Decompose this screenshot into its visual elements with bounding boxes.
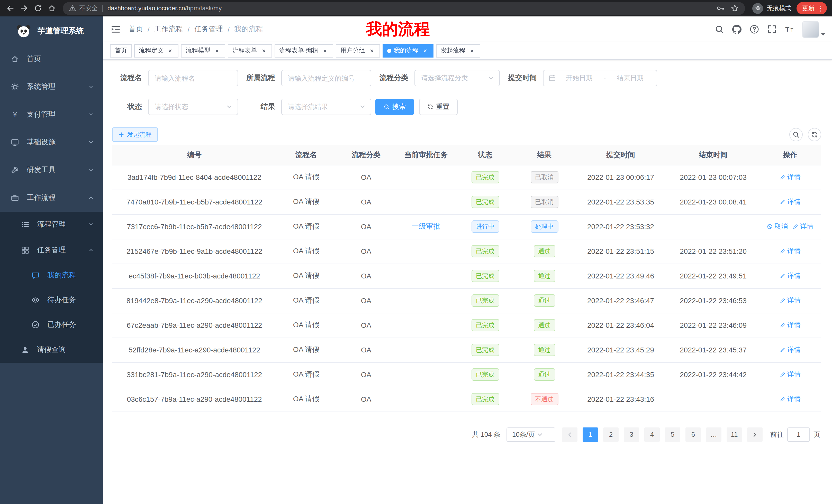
sidebar-item-infrastructure[interactable]: 基础设施 — [0, 129, 103, 156]
search-icon[interactable] — [715, 25, 724, 34]
user-menu[interactable] — [802, 21, 826, 38]
app-logo[interactable]: 芋道管理系统 — [0, 17, 103, 45]
detail-link[interactable]: 详情 — [792, 222, 813, 231]
sidebar-item-system[interactable]: 系统管理 — [0, 73, 103, 101]
update-label: 更新 — [802, 4, 814, 12]
breadcrumb-workflow[interactable]: 工作流程 — [154, 25, 183, 34]
cell-id: 52ffd28e-7b9a-11ec-a290-acde48001122 — [112, 338, 277, 362]
reset-button[interactable]: 重置 — [419, 99, 458, 115]
close-icon[interactable]: × — [468, 47, 476, 54]
detail-link[interactable]: 详情 — [780, 370, 801, 379]
page-button-11[interactable]: 11 — [727, 427, 742, 442]
cancel-link[interactable]: 取消 — [767, 222, 788, 231]
detail-link[interactable]: 详情 — [780, 173, 801, 182]
page-button-1[interactable]: 1 — [582, 427, 598, 442]
sidebar-item-workflow[interactable]: 工作流程 — [0, 184, 103, 212]
tab-process-form[interactable]: 流程表单× — [228, 44, 272, 57]
cell-result: 已取消 — [515, 190, 574, 214]
sidebar-item-leave-query[interactable]: 请假查询 — [0, 337, 103, 363]
sidebar-item-payment[interactable]: ¥ 支付管理 — [0, 101, 103, 129]
search-button[interactable]: 搜索 — [375, 99, 414, 115]
tab-process-definition[interactable]: 流程定义× — [134, 44, 178, 57]
page-button-4[interactable]: 4 — [644, 427, 660, 442]
table-row: 819442e8-7b9a-11ec-a290-acde48001122 OA … — [112, 288, 821, 313]
cell-category: OA — [336, 387, 396, 412]
yen-icon: ¥ — [10, 110, 20, 119]
detail-link[interactable]: 详情 — [780, 197, 801, 206]
browser-home-button[interactable] — [45, 1, 59, 15]
more-pages-button[interactable]: … — [706, 427, 722, 442]
breadcrumb-home[interactable]: 首页 — [129, 25, 143, 34]
sidebar-toggle-button[interactable] — [103, 17, 129, 42]
cell-category: OA — [336, 165, 396, 190]
page-button-5[interactable]: 5 — [665, 427, 680, 442]
col-header-current-task: 当前审批任务 — [396, 145, 456, 165]
fullscreen-icon[interactable] — [767, 25, 777, 34]
cell-submit-time: 2022-01-22 23:53:32 — [574, 214, 668, 239]
tab-home[interactable]: 首页 — [110, 44, 132, 57]
page-button-2[interactable]: 2 — [603, 427, 619, 442]
avatar[interactable] — [802, 21, 819, 38]
help-icon[interactable] — [750, 25, 759, 34]
detail-link[interactable]: 详情 — [780, 247, 801, 256]
process-id-input[interactable] — [281, 70, 371, 86]
sidebar-item-done-tasks[interactable]: 已办任务 — [0, 312, 103, 337]
cell-end-time: 2022-01-22 23:45:37 — [668, 338, 759, 362]
create-process-button[interactable]: 发起流程 — [112, 128, 158, 142]
detail-link[interactable]: 详情 — [780, 271, 801, 281]
font-size-icon[interactable] — [785, 25, 794, 34]
refresh-table-button[interactable] — [808, 128, 821, 141]
cell-end-time: 2022-01-23 00:07:03 — [668, 165, 759, 190]
tab-process-model[interactable]: 流程模型× — [181, 44, 225, 57]
github-icon[interactable] — [732, 25, 742, 34]
owner-process-label: 所属流程 — [242, 74, 275, 83]
tab-user-group[interactable]: 用户分组× — [336, 44, 380, 57]
address-bar[interactable]: 不安全 dashboard.yudao.iocoder.cn/bpm/task/… — [63, 2, 745, 15]
detail-link[interactable]: 详情 — [780, 345, 801, 355]
browser-menu-icon[interactable]: ⋮ — [817, 4, 824, 12]
status-select[interactable]: 请选择状态 — [148, 99, 238, 115]
sidebar-item-my-process[interactable]: 我的流程 — [0, 263, 103, 288]
sidebar-item-todo-tasks[interactable]: 待办任务 — [0, 288, 103, 312]
bookmark-star-icon[interactable] — [731, 4, 739, 12]
password-key-icon[interactable] — [716, 4, 725, 12]
next-page-button[interactable] — [747, 427, 762, 442]
status-tag: 已完成 — [471, 319, 499, 331]
prev-page-button[interactable] — [562, 427, 577, 442]
cell-end-time: 2022-01-22 23:46:09 — [668, 313, 759, 338]
detail-link[interactable]: 详情 — [780, 296, 801, 305]
close-icon[interactable]: × — [368, 47, 375, 54]
tab-start-process[interactable]: 发起流程× — [436, 44, 480, 57]
browser-back-button[interactable] — [3, 1, 17, 15]
submit-time-range-picker[interactable]: 开始日期 - 结束日期 — [543, 70, 657, 86]
result-select[interactable]: 请选择流结果 — [281, 99, 371, 115]
close-icon[interactable]: × — [321, 47, 329, 54]
breadcrumb-task-management[interactable]: 任务管理 — [194, 25, 223, 34]
close-icon[interactable]: × — [422, 47, 429, 54]
chevron-down-icon — [88, 167, 94, 173]
sidebar-item-devtools[interactable]: 研发工具 — [0, 156, 103, 184]
security-label[interactable]: 不安全 — [79, 4, 98, 12]
page-button-6[interactable]: 6 — [685, 427, 701, 442]
tab-my-process[interactable]: 我的流程× — [383, 44, 434, 57]
process-name-input[interactable] — [148, 70, 238, 86]
sidebar-item-process-management[interactable]: 流程管理 — [0, 212, 103, 237]
browser-update-button[interactable]: 更新 ⋮ — [797, 2, 827, 15]
table-row: 7470a810-7b9b-11ec-b5b7-acde48001122 OA … — [112, 190, 821, 214]
toggle-search-button[interactable] — [789, 128, 803, 141]
detail-link[interactable]: 详情 — [780, 395, 801, 404]
close-icon[interactable]: × — [213, 47, 220, 54]
detail-link[interactable]: 详情 — [780, 320, 801, 330]
browser-forward-button[interactable] — [17, 1, 31, 15]
page-button-3[interactable]: 3 — [624, 427, 639, 442]
page-size-select[interactable]: 10条/页 — [506, 427, 555, 442]
close-icon[interactable]: × — [260, 47, 267, 54]
tab-process-form-edit[interactable]: 流程表单-编辑× — [275, 44, 333, 57]
close-icon[interactable]: × — [166, 47, 174, 54]
category-select[interactable]: 请选择流程分类 — [414, 70, 500, 86]
current-task-link[interactable]: 一级审批 — [412, 222, 440, 230]
browser-reload-button[interactable] — [31, 1, 45, 15]
sidebar-item-task-management[interactable]: 任务管理 — [0, 237, 103, 263]
goto-page-input[interactable] — [787, 427, 810, 442]
sidebar-item-home[interactable]: 首页 — [0, 45, 103, 73]
